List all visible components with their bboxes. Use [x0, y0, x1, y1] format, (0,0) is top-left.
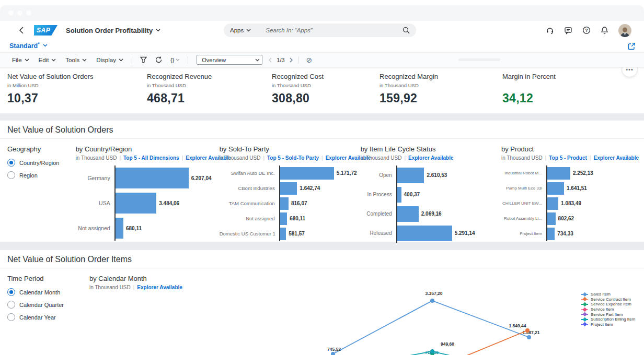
legend-item[interactable]: Project Item — [581, 322, 635, 327]
kpi-subtitle: in Thousand USD — [380, 82, 502, 89]
kpi-tile[interactable]: Margin in Percent34,12 — [502, 67, 556, 113]
radio-label: Calendar Year — [19, 314, 56, 321]
chart-title: by Country/Region — [76, 145, 214, 153]
next-page-icon[interactable] — [289, 57, 294, 63]
radio-option[interactable]: Region — [7, 171, 76, 179]
subtitle-separator: | — [590, 155, 591, 161]
chat-icon[interactable] — [564, 26, 572, 34]
chart-link-explorer-available[interactable]: Explorer Available — [137, 285, 182, 290]
refresh-icon[interactable] — [151, 56, 166, 63]
bar[interactable] — [547, 228, 555, 240]
bar[interactable] — [280, 182, 297, 195]
search-bar[interactable]: Apps Search In: “Apps” — [224, 23, 416, 37]
legend-item[interactable]: Sales Item — [581, 292, 635, 297]
bar[interactable] — [116, 193, 157, 214]
menu-display[interactable]: Display — [91, 53, 128, 67]
chart-link-top-5-all-dimensions[interactable]: Top 5 - All Dimensions — [123, 155, 179, 161]
data-point-label: 745,52 — [327, 347, 341, 352]
variant-selector[interactable]: Standard* — [9, 42, 48, 50]
section-divider — [0, 113, 644, 121]
kpi-tile[interactable]: Net Value of Solution Ordersin Million U… — [7, 67, 147, 113]
page-selector[interactable]: Overview — [197, 55, 262, 65]
legend-item[interactable]: Service Part Item — [581, 312, 635, 317]
chevron-down-icon — [255, 58, 260, 62]
radio-option[interactable]: Calendar Year — [7, 313, 89, 321]
radio-option[interactable]: Calendar Quarter — [7, 301, 89, 309]
window-maximize-icon[interactable] — [26, 10, 31, 16]
window-close-icon[interactable] — [8, 10, 14, 16]
data-point[interactable] — [525, 328, 530, 333]
bar[interactable] — [397, 226, 452, 241]
legend-item[interactable]: Service Contract Item — [581, 297, 635, 302]
radio-option[interactable]: Calendar Month — [7, 288, 89, 296]
kpi-title: Margin in Percent — [502, 73, 556, 80]
bar-row: In Process400,37 — [361, 185, 496, 204]
radio-button[interactable] — [7, 288, 15, 296]
kpi-tile[interactable]: Recognized Marginin Thousand USD159,92 — [380, 67, 502, 113]
bar[interactable] — [397, 187, 401, 203]
chart-link-explorer-available[interactable]: Explorer Available — [593, 155, 639, 161]
chevron-down-icon — [43, 44, 48, 47]
bar[interactable] — [116, 218, 123, 239]
bar[interactable] — [280, 212, 288, 225]
bar[interactable] — [547, 167, 570, 180]
kpi-value: 159,92 — [380, 91, 502, 105]
bar[interactable] — [547, 212, 556, 225]
bar-area: 816,07 — [279, 196, 355, 211]
legend-item[interactable]: Service Expense Item — [581, 302, 635, 307]
cancel-icon[interactable]: ⊘ — [302, 56, 317, 64]
headset-icon[interactable] — [546, 26, 554, 34]
bar-category-label: CBont Industries — [220, 185, 279, 191]
legend-marker-icon — [581, 317, 588, 322]
app-title-menu[interactable]: Solution Order Profitability — [66, 27, 160, 34]
legend-item[interactable]: Subscription Billing Item — [581, 317, 635, 322]
search-input[interactable]: Search In: “Apps” — [266, 27, 402, 33]
bar-category-label: In Process — [361, 192, 396, 197]
bar[interactable] — [397, 168, 424, 183]
svg-text:?: ? — [585, 28, 588, 33]
window-minimize-icon[interactable] — [17, 10, 22, 16]
back-button[interactable] — [16, 25, 27, 36]
bar[interactable] — [547, 182, 564, 195]
bar-row: TAM Communication816,07 — [220, 196, 355, 211]
chart-unit: in Thousand USD — [501, 155, 543, 161]
bar[interactable] — [280, 228, 286, 240]
filter-icon[interactable] — [136, 56, 151, 63]
bar-row: Released5.291,14 — [361, 223, 496, 243]
bar-category-label: TAM Communication — [220, 200, 279, 206]
menu-file[interactable]: File — [7, 53, 34, 67]
share-icon[interactable] — [628, 42, 636, 50]
bar[interactable] — [116, 168, 189, 188]
chart-link-top-5-sold-to-party[interactable]: Top 5 - Sold-To Party — [267, 155, 319, 161]
search-scope-selector[interactable]: Apps — [230, 27, 251, 33]
data-point[interactable] — [527, 335, 531, 339]
chart-link-top-5-product[interactable]: Top 5 - Product — [549, 155, 587, 161]
data-point[interactable] — [331, 352, 335, 355]
drag-handle[interactable] — [458, 58, 500, 61]
kpi-tile[interactable]: Recognized Revenuein Thousand USD468,71 — [147, 67, 272, 113]
help-icon[interactable]: ? — [582, 26, 591, 34]
radio-option[interactable]: Country/Region — [7, 159, 76, 167]
menu-edit[interactable]: Edit — [34, 53, 61, 67]
search-icon[interactable] — [402, 27, 410, 34]
radio-button[interactable] — [7, 171, 15, 179]
radio-button[interactable] — [7, 313, 15, 321]
legend-label: Service Part Item — [591, 312, 623, 317]
chart-link-explorer-available[interactable]: Explorer Available — [408, 155, 454, 161]
bar[interactable] — [280, 197, 289, 210]
bar[interactable] — [547, 197, 558, 210]
bar[interactable] — [280, 167, 334, 180]
kpi-tile[interactable]: Recognized Costin Thousand USD308,80 — [272, 67, 380, 113]
radio-button[interactable] — [7, 159, 15, 167]
bar[interactable] — [397, 206, 419, 222]
previous-page-icon[interactable] — [267, 57, 273, 63]
menu-tools[interactable]: Tools — [61, 53, 91, 67]
data-point[interactable] — [430, 299, 434, 303]
legend-item[interactable]: Service Item — [581, 307, 635, 312]
radio-button[interactable] — [7, 301, 15, 309]
code-snippet-icon[interactable]: {} — [166, 57, 184, 63]
data-point[interactable] — [430, 349, 434, 353]
bar-area: 680,11 — [279, 211, 355, 226]
avatar[interactable] — [618, 24, 631, 37]
bell-icon[interactable] — [601, 26, 608, 34]
